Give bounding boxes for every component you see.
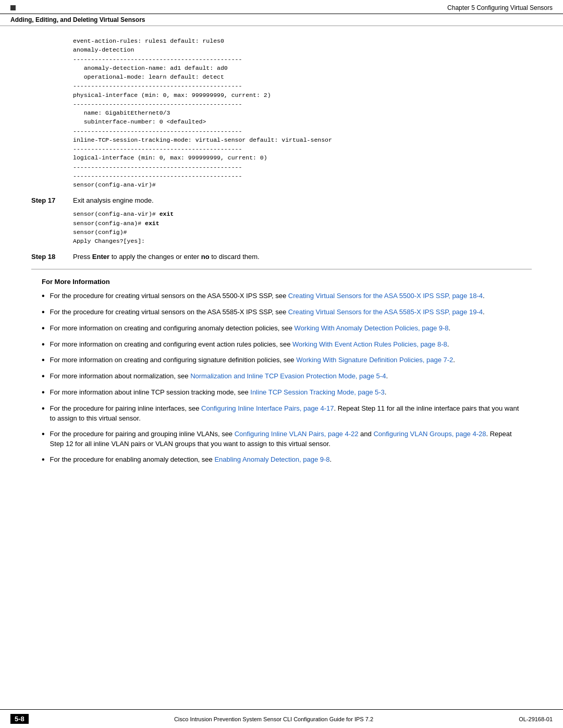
section-divider (31, 269, 532, 269)
page-container: Chapter 5 Configuring Virtual Sensors Ad… (0, 0, 563, 728)
section-title-text: Adding, Editing, and Deleting Virtual Se… (10, 16, 145, 23)
code-block-1: event-action-rules: rules1 default: rule… (73, 36, 532, 189)
code-exit-1: exit (160, 211, 174, 217)
step-18-text: Press Enter to apply the changes or ente… (73, 253, 532, 261)
list-item: For the procedure for pairing and groupi… (42, 429, 521, 449)
list-item: For the procedure for creating virtual s… (42, 307, 521, 318)
footer-center-text: Cisco Intrusion Prevention System Sensor… (29, 716, 519, 722)
list-item: For the procedure for enabling anomaly d… (42, 454, 521, 465)
fmi-item-5-text: For more information on creating and con… (50, 355, 521, 365)
header-chapter: Chapter 5 Configuring Virtual Sensors (447, 4, 553, 11)
fmi-list: For the procedure for creating virtual s… (42, 291, 521, 465)
page-header: Chapter 5 Configuring Virtual Sensors (0, 0, 563, 14)
fmi-item-10-text: For the procedure for enabling anomaly d… (50, 454, 521, 465)
main-content: event-action-rules: rules1 default: rule… (0, 26, 563, 476)
fmi-item-1-text: For the procedure for creating virtual s… (50, 291, 521, 301)
footer-left: 5-8 (10, 714, 29, 724)
fmi-item-7-text: For more information about inline TCP se… (50, 387, 521, 398)
section-title-bar: Adding, Editing, and Deleting Virtual Se… (0, 14, 563, 26)
fmi-item-8-text: For the procedure for pairing inline int… (50, 403, 521, 424)
list-item: For more information on creating and con… (42, 339, 521, 350)
code-exit-2: exit (145, 220, 160, 227)
fmi-link-5[interactable]: Working With Signature Definition Polici… (296, 356, 453, 364)
fmi-item-9-text: For the procedure for pairing and groupi… (50, 429, 521, 449)
fmi-link-10[interactable]: Enabling Anomaly Detection, page 9-8 (214, 455, 329, 463)
step-18-bold-no: no (201, 253, 210, 261)
list-item: For more information on creating and con… (42, 323, 521, 334)
footer-right-text: OL-29168-01 (519, 716, 553, 722)
step-18-bold-enter: Enter (92, 253, 109, 261)
list-item: For the procedure for pairing inline int… (42, 403, 521, 424)
fmi-item-6-text: For more information about normalization… (50, 371, 521, 381)
step-18-row: Step 18 Press Enter to apply the changes… (31, 253, 532, 261)
fmi-link-3[interactable]: Working With Anomaly Detection Policies,… (295, 324, 449, 332)
fmi-link-2[interactable]: Creating Virtual Sensors for the ASA 558… (288, 308, 483, 316)
fmi-link-9b[interactable]: Configuring VLAN Groups, page 4-28 (373, 430, 486, 438)
code-block-2: sensor(config-ana-vir)# exit sensor(conf… (73, 209, 532, 245)
fmi-link-6[interactable]: Normalization and Inline TCP Evasion Pro… (190, 372, 386, 380)
list-item: For more information on creating and con… (42, 355, 521, 366)
step-18-label: Step 18 (31, 253, 73, 261)
fmi-item-3-text: For more information on creating and con… (50, 323, 521, 334)
page-footer: 5-8 Cisco Intrusion Prevention System Se… (0, 709, 563, 728)
step-17-text: Exit analysis engine mode. (73, 196, 532, 204)
fmi-item-2-text: For the procedure for creating virtual s… (50, 307, 521, 317)
header-left-marker (10, 5, 16, 10)
step-17-label: Step 17 (31, 196, 73, 204)
fmi-title: For More Information (42, 278, 521, 286)
fmi-item-4-text: For more information on creating and con… (50, 339, 521, 350)
fmi-link-9a[interactable]: Configuring Inline VLAN Pairs, page 4-22 (235, 430, 359, 438)
fmi-link-4[interactable]: Working With Event Action Rules Policies… (292, 340, 447, 348)
fmi-link-8[interactable]: Configuring Inline Interface Pairs, page… (201, 404, 334, 412)
list-item: For more information about normalization… (42, 371, 521, 382)
list-item: For the procedure for creating virtual s… (42, 291, 521, 302)
fmi-link-7[interactable]: Inline TCP Session Tracking Mode, page 5… (250, 388, 385, 396)
list-item: For more information about inline TCP se… (42, 387, 521, 398)
fmi-section: For More Information For the procedure f… (31, 278, 532, 465)
step-17-row: Step 17 Exit analysis engine mode. (31, 196, 532, 204)
fmi-link-1[interactable]: Creating Virtual Sensors for the ASA 550… (288, 292, 483, 300)
footer-page-number: 5-8 (10, 714, 29, 724)
